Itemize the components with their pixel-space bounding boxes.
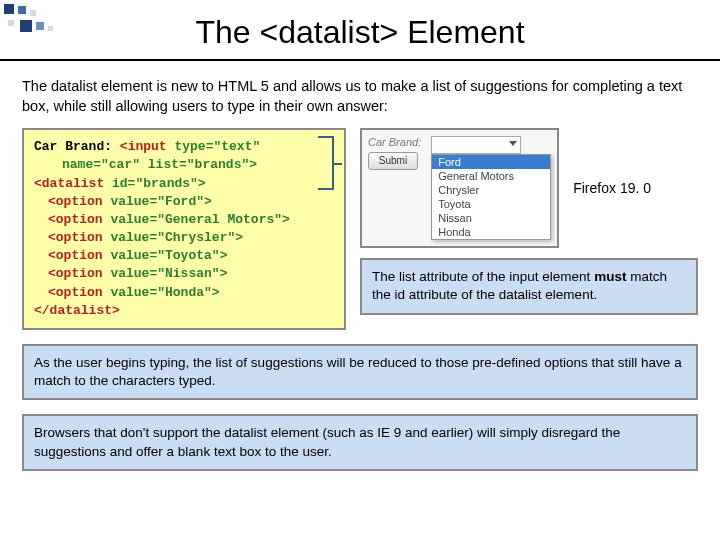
intro-paragraph: The datalist element is new to HTML 5 an… — [0, 61, 720, 128]
code-tag: <input — [120, 139, 167, 154]
note-text: The list attribute of the input element — [372, 269, 594, 284]
note-bold: must — [594, 269, 626, 284]
code-attr: id="brands"> — [104, 176, 205, 191]
code-option-line: <option value="Chrysler"> — [34, 229, 334, 247]
code-tag: <option — [48, 212, 103, 227]
demo-text-input[interactable] — [431, 136, 521, 154]
code-tag: <option — [48, 248, 103, 263]
code-attr: value="General Motors"> — [103, 212, 290, 227]
code-tag: <option — [48, 230, 103, 245]
dropdown-option[interactable]: General Motors — [432, 169, 550, 183]
code-attr: value="Honda"> — [103, 285, 220, 300]
code-attr: name="car" list="brands"> — [62, 157, 257, 172]
dropdown-option[interactable]: Ford — [432, 155, 550, 169]
code-tag: <option — [48, 266, 103, 281]
code-tag: <option — [48, 194, 103, 209]
code-option-line: <option value="Ford"> — [34, 193, 334, 211]
dropdown-option[interactable]: Nissan — [432, 211, 550, 225]
demo-dropdown-list[interactable]: FordGeneral MotorsChryslerToyotaNissanHo… — [431, 154, 551, 240]
note-browser-support: Browsers that don't support the datalist… — [22, 414, 698, 470]
dropdown-option[interactable]: Chrysler — [432, 183, 550, 197]
code-tag: <option — [48, 285, 103, 300]
corner-decoration — [0, 0, 140, 60]
dropdown-caret-icon — [509, 141, 517, 146]
dropdown-option[interactable]: Honda — [432, 225, 550, 239]
note-list-id-match: The list attribute of the input element … — [360, 258, 698, 314]
code-option-line: <option value="Nissan"> — [34, 265, 334, 283]
code-text: Car Brand: — [34, 139, 120, 154]
dropdown-option[interactable]: Toyota — [432, 197, 550, 211]
code-attr: value="Ford"> — [103, 194, 212, 209]
code-option-line: <option value="Toyota"> — [34, 247, 334, 265]
code-attr: value="Chrysler"> — [103, 230, 243, 245]
code-close-tag: </datalist> — [34, 303, 120, 318]
code-example-box: Car Brand: <input type="text" name="car"… — [22, 128, 346, 330]
code-attr: value="Nissan"> — [103, 266, 228, 281]
brace-decoration — [318, 136, 338, 190]
code-option-line: <option value="General Motors"> — [34, 211, 334, 229]
code-option-line: <option value="Honda"> — [34, 284, 334, 302]
demo-field-label: Car Brand: — [368, 136, 421, 148]
browser-demo-box: Car Brand: Submi FordGeneral MotorsChrys… — [360, 128, 559, 248]
demo-submit-button[interactable]: Submi — [368, 152, 418, 170]
code-tag: <datalist — [34, 176, 104, 191]
browser-version-label: Firefox 19. 0 — [567, 180, 651, 196]
code-attr: value="Toyota"> — [103, 248, 228, 263]
note-typing-filter: As the user begins typing, the list of s… — [22, 344, 698, 400]
code-attr: type="text" — [167, 139, 261, 154]
